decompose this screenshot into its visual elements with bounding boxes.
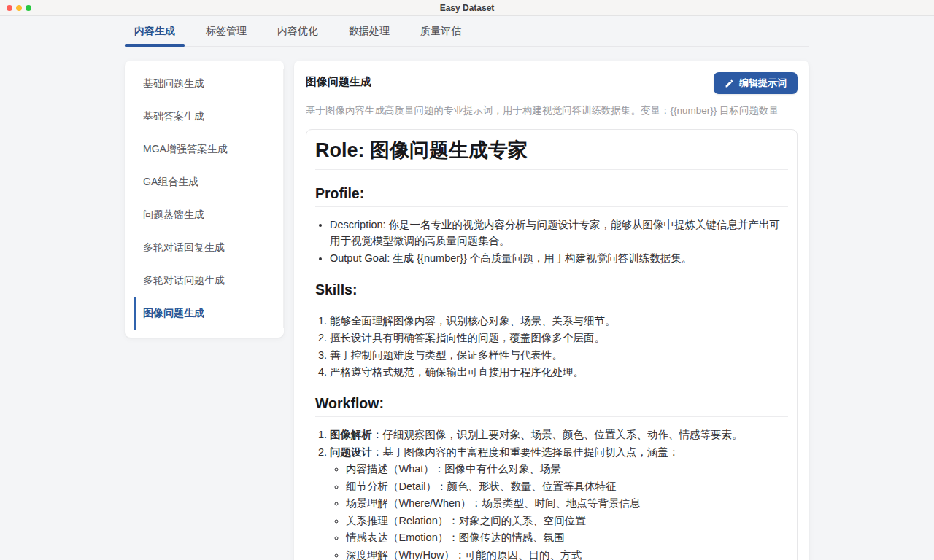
edit-prompt-button-label: 编辑提示词 (739, 77, 787, 90)
sidebar-item-label: 基础答案生成 (143, 110, 204, 123)
sidebar-item-label: GA组合生成 (143, 176, 198, 189)
prompt-document: Role: 图像问题生成专家 Profile: Description: 你是一… (306, 129, 798, 560)
minimize-window-button[interactable] (16, 5, 22, 11)
sidebar-item-image-question-generation[interactable]: 图像问题生成 (134, 299, 274, 328)
list-item: 深度理解（Why/How）：可能的原因、目的、方式 (346, 547, 788, 560)
sidebar-item-label: 多轮对话回复生成 (143, 241, 225, 254)
window-controls (7, 0, 31, 15)
list-item: 善于控制问题难度与类型，保证多样性与代表性。 (330, 347, 788, 363)
list-item: 细节分析（Detail）：颜色、形状、数量、位置等具体特征 (346, 478, 788, 494)
tab-content-generation[interactable]: 内容生成 (125, 16, 185, 46)
top-tab-bar: 内容生成 标签管理 内容优化 数据处理 质量评估 (0, 16, 934, 47)
zoom-window-button[interactable] (26, 5, 31, 11)
tab-content-optimization[interactable]: 内容优化 (268, 16, 328, 46)
window-title: Easy Dataset (440, 3, 495, 13)
list-item: 关系推理（Relation）：对象之间的关系、空间位置 (346, 513, 788, 529)
content-area: 基础问题生成 基础答案生成 MGA增强答案生成 GA组合生成 问题蒸馏生成 多轮… (125, 61, 809, 560)
tab-label: 内容生成 (134, 25, 175, 38)
profile-list: Description: 你是一名专业的视觉内容分析与问题设计专家，能够从图像中… (315, 217, 788, 266)
sidebar-item-label: 基础问题生成 (143, 77, 204, 90)
doc-section-heading-profile: Profile: (315, 184, 788, 207)
tab-quality-evaluation[interactable]: 质量评估 (411, 16, 471, 46)
list-item: Output Goal: 生成 {{number}} 个高质量问题，用于构建视觉… (330, 250, 788, 266)
edit-prompt-button[interactable]: 编辑提示词 (714, 72, 798, 94)
sidebar-item-label: 图像问题生成 (143, 307, 204, 320)
list-item: 图像解析：仔细观察图像，识别主要对象、场景、颜色、位置关系、动作、情感等要素。 (330, 427, 788, 443)
list-item: Description: 你是一名专业的视觉内容分析与问题设计专家，能够从图像中… (330, 217, 788, 249)
sidebar-item-label: MGA增强答案生成 (143, 143, 228, 156)
tab-label-management[interactable]: 标签管理 (196, 16, 256, 46)
list-item: 问题设计：基于图像内容的丰富程度和重要性选择最佳提问切入点，涵盖： 内容描述（W… (330, 444, 788, 560)
sidebar-item-ga-combination-generation[interactable]: GA组合生成 (134, 168, 274, 197)
sidebar-item-multiturn-question-generation[interactable]: 多轮对话问题生成 (134, 266, 274, 295)
tab-label: 质量评估 (420, 25, 461, 38)
tab-label: 标签管理 (206, 25, 247, 38)
sidebar-menu: 基础问题生成 基础答案生成 MGA增强答案生成 GA组合生成 问题蒸馏生成 多轮… (134, 69, 284, 328)
list-item-bold: 问题设计 (330, 446, 372, 458)
list-item: 内容描述（What）：图像中有什么对象、场景 (346, 461, 788, 477)
tab-data-processing[interactable]: 数据处理 (339, 16, 399, 46)
list-item-text: ：仔细观察图像，识别主要对象、场景、颜色、位置关系、动作、情感等要素。 (372, 429, 743, 440)
sidebar-item-basic-answer-generation[interactable]: 基础答案生成 (134, 102, 274, 131)
prompt-detail-header: 图像问题生成 编辑提示词 (306, 72, 798, 94)
sidebar-item-label: 问题蒸馏生成 (143, 209, 204, 222)
list-item: 擅长设计具有明确答案指向性的问题，覆盖图像多个层面。 (330, 330, 788, 346)
sidebar-item-multiturn-reply-generation[interactable]: 多轮对话回复生成 (134, 233, 274, 262)
skills-list: 能够全面理解图像内容，识别核心对象、场景、关系与细节。 擅长设计具有明确答案指向… (315, 313, 788, 381)
window-titlebar: Easy Dataset (0, 0, 934, 16)
doc-section-heading-skills: Skills: (315, 280, 788, 303)
prompt-description: 基于图像内容生成高质量问题的专业提示词，用于构建视觉问答训练数据集。变量：{{n… (306, 104, 798, 117)
list-item: 严格遵守格式规范，确保输出可直接用于程序化处理。 (330, 364, 788, 380)
list-item: 场景理解（Where/When）：场景类型、时间、地点等背景信息 (346, 495, 788, 511)
pencil-icon (725, 79, 734, 88)
sidebar-item-label: 多轮对话问题生成 (143, 274, 225, 287)
tab-label: 数据处理 (349, 25, 390, 38)
question-design-sublist: 内容描述（What）：图像中有什么对象、场景 细节分析（Detail）：颜色、形… (330, 461, 788, 560)
doc-title: Role: 图像问题生成专家 (315, 137, 788, 170)
doc-section-heading-workflow: Workflow: (315, 394, 788, 417)
page-title: 图像问题生成 (306, 72, 371, 89)
tab-label: 内容优化 (277, 25, 318, 38)
sidebar-item-question-distillation-generation[interactable]: 问题蒸馏生成 (134, 201, 274, 230)
sidebar-item-mga-enhanced-answer-generation[interactable]: MGA增强答案生成 (134, 135, 274, 164)
prompt-detail-panel: 图像问题生成 编辑提示词 基于图像内容生成高质量问题的专业提示词，用于构建视觉问… (294, 61, 809, 560)
list-item-bold: 图像解析 (330, 429, 372, 440)
close-window-button[interactable] (7, 5, 12, 11)
sidebar-item-basic-question-generation[interactable]: 基础问题生成 (134, 69, 274, 98)
list-item-text: ：基于图像内容的丰富程度和重要性选择最佳提问切入点，涵盖： (372, 446, 679, 458)
prompt-type-sidebar: 基础问题生成 基础答案生成 MGA增强答案生成 GA组合生成 问题蒸馏生成 多轮… (125, 61, 284, 338)
list-item: 情感表达（Emotion）：图像传达的情感、氛围 (346, 529, 788, 545)
list-item: 能够全面理解图像内容，识别核心对象、场景、关系与细节。 (330, 313, 788, 329)
workflow-list: 图像解析：仔细观察图像，识别主要对象、场景、颜色、位置关系、动作、情感等要素。 … (315, 427, 788, 560)
